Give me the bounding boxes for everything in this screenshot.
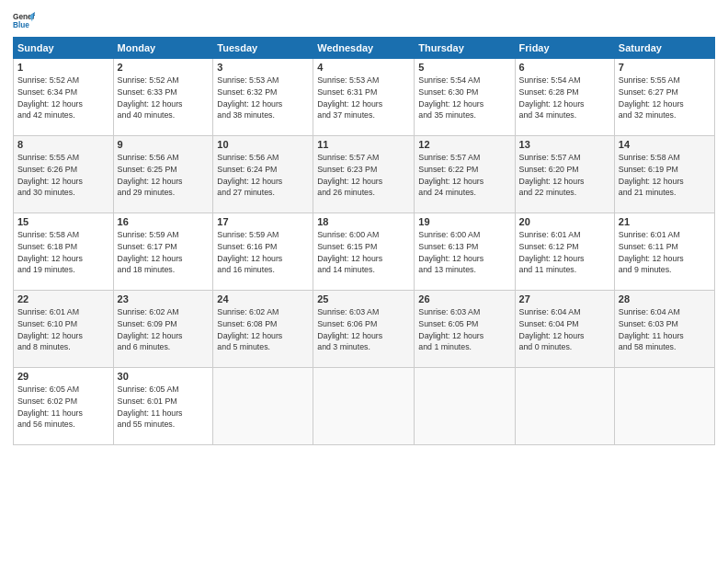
calendar-cell: 22 Sunrise: 6:01 AMSunset: 6:10 PMDaylig… xyxy=(14,291,114,368)
calendar-cell: 1 Sunrise: 5:52 AMSunset: 6:34 PMDayligh… xyxy=(14,59,114,136)
day-info: Sunrise: 5:56 AMSunset: 6:25 PMDaylight:… xyxy=(118,153,183,197)
logo-icon: General Blue xyxy=(13,9,35,31)
day-info: Sunrise: 5:55 AMSunset: 6:27 PMDaylight:… xyxy=(619,75,684,120)
calendar-cell xyxy=(213,368,313,445)
day-info: Sunrise: 5:57 AMSunset: 6:23 PMDaylight:… xyxy=(317,153,382,197)
calendar-cell xyxy=(313,368,415,445)
day-info: Sunrise: 6:02 AMSunset: 6:08 PMDaylight:… xyxy=(217,307,282,351)
calendar-cell: 28 Sunrise: 6:04 AMSunset: 6:03 PMDaylig… xyxy=(614,291,714,368)
day-number: 24 xyxy=(217,293,309,304)
calendar-cell xyxy=(415,368,515,445)
weekday-header-monday: Monday xyxy=(113,38,213,59)
day-info: Sunrise: 6:00 AMSunset: 6:13 PMDaylight:… xyxy=(418,230,483,274)
day-number: 3 xyxy=(217,62,309,73)
day-info: Sunrise: 5:54 AMSunset: 6:28 PMDaylight:… xyxy=(519,75,585,120)
day-info: Sunrise: 5:57 AMSunset: 6:20 PMDaylight:… xyxy=(519,153,585,197)
day-number: 2 xyxy=(118,62,210,73)
day-info: Sunrise: 5:56 AMSunset: 6:24 PMDaylight:… xyxy=(217,153,282,197)
calendar-cell: 17 Sunrise: 5:59 AMSunset: 6:16 PMDaylig… xyxy=(213,213,313,291)
day-number: 9 xyxy=(118,139,210,150)
calendar-cell: 20 Sunrise: 6:01 AMSunset: 6:12 PMDaylig… xyxy=(515,213,614,291)
day-info: Sunrise: 6:05 AMSunset: 6:02 PMDaylight:… xyxy=(17,385,83,429)
weekday-header-friday: Friday xyxy=(515,38,614,59)
calendar-cell: 14 Sunrise: 5:58 AMSunset: 6:19 PMDaylig… xyxy=(614,136,714,213)
day-number: 27 xyxy=(519,293,610,304)
calendar-cell xyxy=(515,368,614,445)
calendar-cell: 26 Sunrise: 6:03 AMSunset: 6:05 PMDaylig… xyxy=(415,291,515,368)
day-number: 30 xyxy=(118,371,210,382)
header: General Blue xyxy=(13,9,715,31)
day-info: Sunrise: 5:59 AMSunset: 6:17 PMDaylight:… xyxy=(118,230,183,274)
calendar-cell: 30 Sunrise: 6:05 AMSunset: 6:01 PMDaylig… xyxy=(113,368,213,445)
day-number: 6 xyxy=(519,62,610,73)
day-info: Sunrise: 5:52 AMSunset: 6:34 PMDaylight:… xyxy=(17,75,83,120)
day-number: 18 xyxy=(317,216,410,227)
day-number: 29 xyxy=(17,371,109,382)
day-info: Sunrise: 6:04 AMSunset: 6:03 PMDaylight:… xyxy=(619,307,684,351)
day-number: 13 xyxy=(519,139,610,150)
calendar-cell: 9 Sunrise: 5:56 AMSunset: 6:25 PMDayligh… xyxy=(113,136,213,213)
calendar-cell xyxy=(614,368,714,445)
day-number: 8 xyxy=(17,139,109,150)
calendar-cell: 29 Sunrise: 6:05 AMSunset: 6:02 PMDaylig… xyxy=(14,368,114,445)
day-info: Sunrise: 5:53 AMSunset: 6:32 PMDaylight:… xyxy=(217,75,282,120)
calendar-cell: 13 Sunrise: 5:57 AMSunset: 6:20 PMDaylig… xyxy=(515,136,614,213)
day-number: 11 xyxy=(317,139,410,150)
calendar-cell: 2 Sunrise: 5:52 AMSunset: 6:33 PMDayligh… xyxy=(113,59,213,136)
day-info: Sunrise: 5:52 AMSunset: 6:33 PMDaylight:… xyxy=(118,75,183,120)
calendar-week-3: 15 Sunrise: 5:58 AMSunset: 6:18 PMDaylig… xyxy=(14,213,715,291)
calendar-header-row: SundayMondayTuesdayWednesdayThursdayFrid… xyxy=(14,38,715,59)
day-number: 7 xyxy=(619,62,711,73)
calendar-cell: 10 Sunrise: 5:56 AMSunset: 6:24 PMDaylig… xyxy=(213,136,313,213)
day-number: 12 xyxy=(418,139,510,150)
weekday-header-saturday: Saturday xyxy=(614,38,714,59)
calendar-table: SundayMondayTuesdayWednesdayThursdayFrid… xyxy=(13,37,715,445)
calendar-cell: 19 Sunrise: 6:00 AMSunset: 6:13 PMDaylig… xyxy=(415,213,515,291)
day-info: Sunrise: 6:03 AMSunset: 6:06 PMDaylight:… xyxy=(317,307,382,351)
day-number: 25 xyxy=(317,293,410,304)
calendar-cell: 16 Sunrise: 5:59 AMSunset: 6:17 PMDaylig… xyxy=(113,213,213,291)
svg-text:Blue: Blue xyxy=(13,21,29,29)
calendar-cell: 8 Sunrise: 5:55 AMSunset: 6:26 PMDayligh… xyxy=(14,136,114,213)
weekday-header-sunday: Sunday xyxy=(14,38,114,59)
day-info: Sunrise: 5:57 AMSunset: 6:22 PMDaylight:… xyxy=(418,153,483,197)
day-info: Sunrise: 5:58 AMSunset: 6:18 PMDaylight:… xyxy=(17,230,83,274)
calendar-cell: 5 Sunrise: 5:54 AMSunset: 6:30 PMDayligh… xyxy=(415,59,515,136)
day-number: 21 xyxy=(619,216,711,227)
page: General Blue SundayMondayTuesdayWednesda… xyxy=(0,0,728,563)
day-info: Sunrise: 5:54 AMSunset: 6:30 PMDaylight:… xyxy=(418,75,483,120)
calendar-week-4: 22 Sunrise: 6:01 AMSunset: 6:10 PMDaylig… xyxy=(14,291,715,368)
calendar-cell: 3 Sunrise: 5:53 AMSunset: 6:32 PMDayligh… xyxy=(213,59,313,136)
day-info: Sunrise: 6:01 AMSunset: 6:12 PMDaylight:… xyxy=(519,230,585,274)
day-number: 5 xyxy=(418,62,510,73)
day-info: Sunrise: 5:53 AMSunset: 6:31 PMDaylight:… xyxy=(317,75,382,120)
day-number: 15 xyxy=(17,216,109,227)
day-info: Sunrise: 6:05 AMSunset: 6:01 PMDaylight:… xyxy=(118,385,183,429)
day-number: 26 xyxy=(418,293,510,304)
logo: General Blue xyxy=(13,9,37,31)
day-info: Sunrise: 5:55 AMSunset: 6:26 PMDaylight:… xyxy=(17,153,83,197)
day-info: Sunrise: 6:03 AMSunset: 6:05 PMDaylight:… xyxy=(418,307,483,351)
calendar-cell: 11 Sunrise: 5:57 AMSunset: 6:23 PMDaylig… xyxy=(313,136,415,213)
day-number: 14 xyxy=(619,139,711,150)
calendar-week-1: 1 Sunrise: 5:52 AMSunset: 6:34 PMDayligh… xyxy=(14,59,715,136)
day-number: 19 xyxy=(418,216,510,227)
calendar-cell: 24 Sunrise: 6:02 AMSunset: 6:08 PMDaylig… xyxy=(213,291,313,368)
day-info: Sunrise: 6:04 AMSunset: 6:04 PMDaylight:… xyxy=(519,307,585,351)
weekday-header-wednesday: Wednesday xyxy=(313,38,415,59)
weekday-header-tuesday: Tuesday xyxy=(213,38,313,59)
calendar-cell: 7 Sunrise: 5:55 AMSunset: 6:27 PMDayligh… xyxy=(614,59,714,136)
calendar-week-2: 8 Sunrise: 5:55 AMSunset: 6:26 PMDayligh… xyxy=(14,136,715,213)
calendar-cell: 15 Sunrise: 5:58 AMSunset: 6:18 PMDaylig… xyxy=(14,213,114,291)
day-info: Sunrise: 6:01 AMSunset: 6:10 PMDaylight:… xyxy=(17,307,83,351)
calendar-cell: 23 Sunrise: 6:02 AMSunset: 6:09 PMDaylig… xyxy=(113,291,213,368)
weekday-header-thursday: Thursday xyxy=(415,38,515,59)
calendar-cell: 12 Sunrise: 5:57 AMSunset: 6:22 PMDaylig… xyxy=(415,136,515,213)
day-info: Sunrise: 5:58 AMSunset: 6:19 PMDaylight:… xyxy=(619,153,684,197)
calendar-cell: 21 Sunrise: 6:01 AMSunset: 6:11 PMDaylig… xyxy=(614,213,714,291)
calendar-cell: 18 Sunrise: 6:00 AMSunset: 6:15 PMDaylig… xyxy=(313,213,415,291)
day-info: Sunrise: 6:02 AMSunset: 6:09 PMDaylight:… xyxy=(118,307,183,351)
day-info: Sunrise: 6:01 AMSunset: 6:11 PMDaylight:… xyxy=(619,230,684,274)
day-number: 4 xyxy=(317,62,410,73)
calendar-cell: 27 Sunrise: 6:04 AMSunset: 6:04 PMDaylig… xyxy=(515,291,614,368)
